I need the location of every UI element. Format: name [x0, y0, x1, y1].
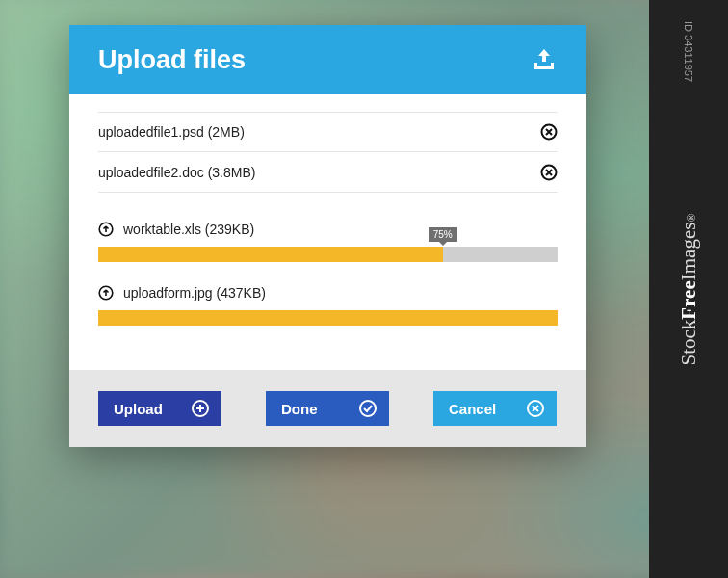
watermark-sidebar: ID 34311957 StockFreeImages® [649, 0, 728, 578]
plus-circle-icon [191, 399, 210, 418]
remove-file-button[interactable] [540, 123, 558, 141]
progress-bar: 75% [98, 247, 558, 262]
uploading-file-row: worktable.xls (239KB) 75% [98, 222, 558, 262]
done-button-label: Done [281, 401, 318, 417]
upload-button-label: Upload [114, 401, 163, 417]
file-label: uploadedfile1.psd (2MB) [98, 124, 245, 140]
progress-tooltip: 75% [429, 227, 457, 242]
completed-file-row: uploadedfile2.doc (3.8MB) [98, 152, 558, 193]
check-circle-icon [358, 399, 377, 418]
progress-fill [98, 247, 443, 262]
upload-button[interactable]: Upload [98, 391, 221, 426]
cancel-button[interactable]: Cancel [433, 391, 557, 426]
file-label: uploadedfile2.doc (3.8MB) [98, 165, 255, 180]
progress-bar [98, 310, 558, 326]
cancel-button-label: Cancel [449, 401, 496, 417]
modal-footer: Upload Done Cancel [69, 370, 586, 447]
modal-title: Upload files [98, 45, 246, 75]
upload-icon[interactable] [531, 47, 558, 72]
x-circle-icon [526, 399, 545, 418]
progress-fill [98, 310, 558, 326]
watermark-brand: StockFreeImages® [677, 213, 701, 365]
svg-point-5 [360, 401, 376, 416]
upload-modal: Upload files uploadedfile1.psd (2MB) upl… [69, 25, 586, 447]
modal-body: uploadedfile1.psd (2MB) uploadedfile2.do… [69, 94, 586, 370]
progress-section: worktable.xls (239KB) 75% uploadform.jpg… [98, 222, 558, 326]
uploading-file-label: worktable.xls (239KB) [98, 222, 558, 237]
upload-arrow-icon [98, 222, 114, 237]
modal-header: Upload files [69, 25, 586, 94]
completed-file-row: uploadedfile1.psd (2MB) [98, 112, 558, 152]
done-button[interactable]: Done [266, 391, 389, 426]
watermark-id: ID 34311957 [683, 21, 694, 82]
uploading-file-row: uploadform.jpg (437KB) [98, 285, 558, 326]
remove-file-button[interactable] [540, 164, 558, 181]
upload-arrow-icon [98, 285, 114, 301]
uploading-file-label: uploadform.jpg (437KB) [98, 285, 558, 301]
